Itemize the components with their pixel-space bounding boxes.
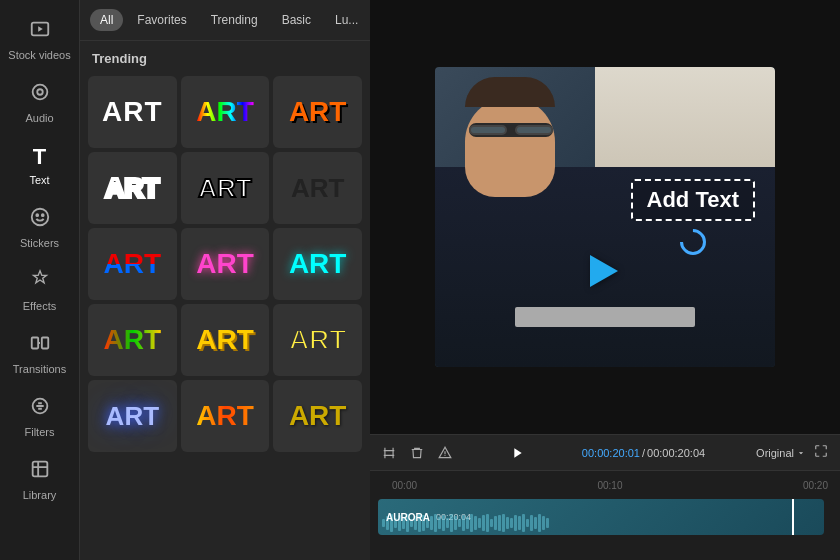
preview-area: Add Text xyxy=(370,0,840,560)
section-label: Trending xyxy=(80,41,370,72)
text-style-12[interactable]: ART xyxy=(273,304,362,376)
text-style-14[interactable]: ART xyxy=(181,380,270,452)
text-style-13[interactable]: ART xyxy=(88,380,177,452)
sidebar-item-label: Stickers xyxy=(20,237,59,249)
svg-rect-9 xyxy=(32,462,47,477)
transitions-icon xyxy=(29,332,51,359)
tab-favorites[interactable]: Favorites xyxy=(127,9,196,31)
add-text-box[interactable]: Add Text xyxy=(631,179,755,221)
preview-controls: 00:00:20:01 / 00:00:20:04 Original xyxy=(370,434,840,470)
timeline: 00:00 00:10 00:20 AURORA 00:20:04 xyxy=(370,470,840,560)
control-icons-left xyxy=(382,446,452,460)
add-text-overlay: Add Text xyxy=(631,179,755,255)
svg-rect-7 xyxy=(41,338,47,349)
tab-basic[interactable]: Basic xyxy=(272,9,321,31)
stock-videos-icon xyxy=(29,18,51,45)
text-style-4[interactable]: ART xyxy=(88,152,177,224)
svg-point-1 xyxy=(32,85,47,100)
video-preview: Add Text xyxy=(370,0,840,434)
fullscreen-button[interactable] xyxy=(814,444,828,461)
quality-button[interactable]: Original xyxy=(756,447,806,459)
text-style-11[interactable]: ART xyxy=(181,304,270,376)
clip-label: AURORA xyxy=(386,512,430,523)
ruler-mark-1: 00:10 xyxy=(537,480,682,491)
text-style-9[interactable]: ART xyxy=(273,228,362,300)
sidebar-item-label: Filters xyxy=(25,426,55,438)
time-current: 00:00:20:01 xyxy=(582,447,640,459)
text-panel: All Favorites Trending Basic Lu... ▾ Tre… xyxy=(80,0,370,560)
text-style-10[interactable]: ART xyxy=(88,304,177,376)
audio-icon xyxy=(29,81,51,108)
time-display: 00:00:20:01 / 00:00:20:04 xyxy=(582,447,705,459)
playhead xyxy=(792,499,794,535)
warning-icon[interactable] xyxy=(438,446,452,460)
sidebar-item-label: Effects xyxy=(23,300,56,312)
text-style-1[interactable]: ART xyxy=(88,76,177,148)
track-clip[interactable]: AURORA 00:20:04 xyxy=(378,499,824,535)
sidebar-item-stock-videos[interactable]: Stock videos xyxy=(4,8,76,71)
tab-all[interactable]: All xyxy=(90,9,123,31)
play-button[interactable] xyxy=(503,439,531,467)
sidebar-item-effects[interactable]: Effects xyxy=(4,259,76,322)
tab-trending[interactable]: Trending xyxy=(201,9,268,31)
rotate-handle[interactable] xyxy=(674,224,711,261)
ruler-mark-2: 00:20 xyxy=(683,480,828,491)
svg-point-2 xyxy=(37,89,43,95)
text-icon: T xyxy=(33,144,46,170)
text-style-2[interactable]: ART xyxy=(181,76,270,148)
sidebar-item-label: Transitions xyxy=(13,363,66,375)
sidebar-item-text[interactable]: T Text xyxy=(4,134,76,196)
time-total: 00:00:20:04 xyxy=(647,447,705,459)
library-icon xyxy=(29,458,51,485)
ruler-mark-0: 00:00 xyxy=(392,480,537,491)
waveform xyxy=(378,513,824,533)
text-style-3[interactable]: ART xyxy=(273,76,362,148)
quality-label: Original xyxy=(756,447,794,459)
sidebar-item-label: Library xyxy=(23,489,57,501)
filter-tabs: All Favorites Trending Basic Lu... ▾ xyxy=(80,0,370,41)
sidebar-item-audio[interactable]: Audio xyxy=(4,71,76,134)
stickers-icon xyxy=(29,206,51,233)
main-content: All Favorites Trending Basic Lu... ▾ Tre… xyxy=(80,0,840,560)
timeline-ruler: 00:00 00:10 00:20 xyxy=(378,475,832,495)
delete-icon[interactable] xyxy=(410,446,424,460)
trim-icon[interactable] xyxy=(382,446,396,460)
video-frame: Add Text xyxy=(435,67,775,367)
effects-icon xyxy=(29,269,51,296)
tab-lu[interactable]: Lu... xyxy=(325,9,368,31)
text-style-8[interactable]: ART xyxy=(181,228,270,300)
text-style-6[interactable]: ART xyxy=(273,152,362,224)
cursor-arrow xyxy=(590,255,618,287)
svg-point-4 xyxy=(36,214,38,216)
timeline-track: AURORA 00:20:04 xyxy=(378,499,832,535)
text-style-7[interactable]: ART xyxy=(88,228,177,300)
sidebar-item-label: Text xyxy=(29,174,49,186)
content-body: All Favorites Trending Basic Lu... ▾ Tre… xyxy=(80,0,840,560)
sidebar-item-stickers[interactable]: Stickers xyxy=(4,196,76,259)
sidebar-item-label: Audio xyxy=(25,112,53,124)
text-style-grid: ART ART ART ART ART ART xyxy=(80,72,370,456)
svg-rect-6 xyxy=(31,338,37,349)
sidebar-item-filters[interactable]: Filters xyxy=(4,385,76,448)
filters-icon xyxy=(29,395,51,422)
add-text-label: Add Text xyxy=(647,187,739,212)
text-style-15[interactable]: ART xyxy=(273,380,362,452)
sidebar-item-library[interactable]: Library xyxy=(4,448,76,511)
sidebar-item-label: Stock videos xyxy=(8,49,70,61)
text-style-5[interactable]: ART xyxy=(181,152,270,224)
sidebar: Stock videos Audio T Text Stickers xyxy=(0,0,80,560)
sidebar-item-transitions[interactable]: Transitions xyxy=(4,322,76,385)
svg-point-3 xyxy=(31,209,48,226)
svg-point-5 xyxy=(41,214,43,216)
